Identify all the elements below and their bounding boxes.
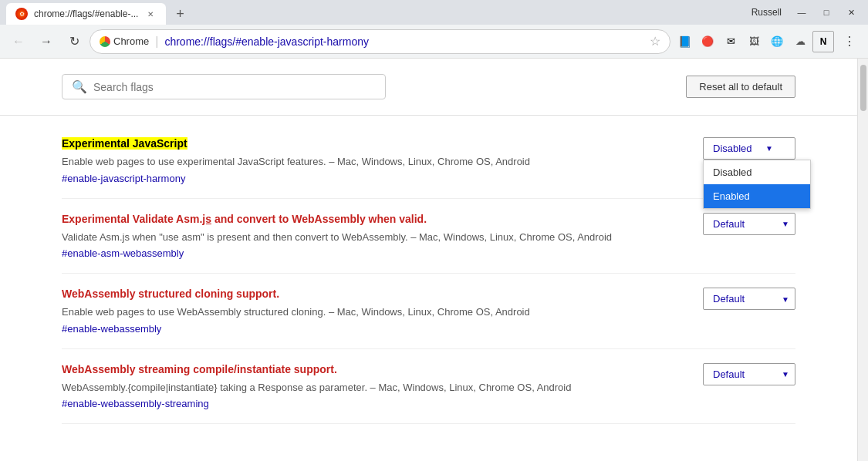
flag-control-webassembly: Default Disabled Enabled ▼ <box>703 288 795 310</box>
tab-area: ⚙ chrome://flags/#enable-... ✕ + <box>6 0 751 25</box>
tab-title: chrome://flags/#enable-... <box>34 8 138 19</box>
chrome-menu-button[interactable]: ⋮ <box>837 29 862 54</box>
ext-btn-3[interactable]: ✉ <box>720 31 741 52</box>
flag-link-webassembly-streaming[interactable]: #enable-webassembly-streaming <box>62 398 209 409</box>
flag-control-webassembly-streaming: Default Disabled Enabled ▼ <box>703 363 795 385</box>
flag-title-highlight: Experimental JavaScript <box>62 137 187 150</box>
flag-control-asm-webassembly: Default Disabled Enabled ▼ <box>703 213 795 235</box>
main-content: 🔍 Reset all to default Experimental Java… <box>0 59 857 461</box>
refresh-button[interactable]: ↻ <box>62 29 86 54</box>
ext-btn-2[interactable]: 🔴 <box>697 31 718 52</box>
flag-item-webassembly-streaming: WebAssembly streaming compile/instantiat… <box>62 349 795 425</box>
flag-item-asm-webassembly: Experimental Validate Asm.js and convert… <box>62 199 795 274</box>
flag-title-asm-webassembly: Experimental Validate Asm.js and convert… <box>62 213 687 225</box>
titlebar: ⚙ chrome://flags/#enable-... ✕ + Russell… <box>0 0 868 25</box>
flag-desc-js-harmony: Enable web pages to use experimental Jav… <box>62 154 687 170</box>
flag-select-webassembly-streaming[interactable]: Default Disabled Enabled <box>703 363 795 385</box>
flag-title-text: Experimental Validate Asm. <box>62 213 202 225</box>
navbar: ← → ↻ Chrome | ☆ 📘 🔴 ✉ 🖼 🌐 ☁ N ⋮ <box>0 25 868 59</box>
flag-dropdown-trigger-js-harmony[interactable]: Disabled ▼ <box>703 137 795 160</box>
minimize-button[interactable]: — <box>791 5 812 20</box>
flag-desc-asm-webassembly: Validate Asm.js when "use asm" is presen… <box>62 230 687 245</box>
address-divider: | <box>155 35 158 49</box>
flag-item-webassembly: WebAssembly structured cloning support. … <box>62 274 795 349</box>
ext-btn-5[interactable]: 🌐 <box>766 31 788 52</box>
flag-info-js-harmony: Experimental JavaScript Enable web pages… <box>62 137 687 184</box>
ext-btn-4[interactable]: 🖼 <box>743 31 765 52</box>
flag-dropdown-value-js-harmony: Disabled <box>713 143 752 154</box>
address-input[interactable] <box>164 35 643 48</box>
extensions-area: 📘 🔴 ✉ 🖼 🌐 ☁ N <box>674 31 834 52</box>
reset-all-button[interactable]: Reset all to default <box>686 76 795 98</box>
flag-item-js-harmony: Experimental JavaScript Enable web pages… <box>62 123 795 199</box>
forward-button[interactable]: → <box>34 29 59 54</box>
flag-select-asm-webassembly[interactable]: Default Disabled Enabled <box>703 213 795 235</box>
chrome-logo-icon <box>100 36 110 47</box>
flag-info-webassembly: WebAssembly structured cloning support. … <box>62 288 687 335</box>
dropdown-option-disabled[interactable]: Disabled <box>704 160 810 184</box>
flag-info-webassembly-streaming: WebAssembly streaming compile/instantiat… <box>62 363 687 410</box>
flags-search-bar: 🔍 Reset all to default <box>0 74 857 116</box>
close-button[interactable]: ✕ <box>840 5 862 20</box>
flag-link-js-harmony[interactable]: #enable-javascript-harmony <box>62 173 185 184</box>
ext-btn-6[interactable]: ☁ <box>789 31 811 52</box>
back-button[interactable]: ← <box>6 29 31 54</box>
active-tab: ⚙ chrome://flags/#enable-... ✕ <box>6 3 166 25</box>
flag-dropdown-menu-js-harmony: Disabled Enabled <box>703 160 811 209</box>
flag-link-asm-webassembly[interactable]: #enable-asm-webassembly <box>62 247 184 259</box>
content-area: 🔍 Reset all to default Experimental Java… <box>0 59 868 461</box>
search-box: 🔍 <box>62 74 386 99</box>
ext-btn-7[interactable]: N <box>812 31 834 52</box>
tab-favicon: ⚙ <box>15 8 28 20</box>
address-bar-container: Chrome | ☆ <box>90 29 670 54</box>
flag-title-underline: js <box>202 213 211 225</box>
new-tab-button[interactable]: + <box>169 3 191 25</box>
username-label: Russell <box>751 7 782 18</box>
flag-desc-webassembly: Enable web pages to use WebAssembly stru… <box>62 305 687 320</box>
flag-title-js-harmony: Experimental JavaScript <box>62 137 687 150</box>
flag-control-js-harmony: Disabled ▼ Disabled Enabled <box>703 137 795 160</box>
flag-title-webassembly-streaming: WebAssembly streaming compile/instantiat… <box>62 363 687 375</box>
window-controls: Russell — □ ✕ <box>751 5 862 20</box>
flags-list: Experimental JavaScript Enable web pages… <box>0 123 857 424</box>
search-icon: 🔍 <box>72 79 87 94</box>
flag-desc-webassembly-streaming: WebAssembly.{compile|instantiate} taking… <box>62 380 687 395</box>
dropdown-option-enabled[interactable]: Enabled <box>704 184 810 208</box>
chrome-text: Chrome <box>113 35 149 47</box>
restore-button[interactable]: □ <box>816 5 837 20</box>
scrollbar[interactable] <box>857 59 868 461</box>
flag-link-webassembly[interactable]: #enable-webassembly <box>62 323 161 335</box>
flag-select-webassembly[interactable]: Default Disabled Enabled <box>703 288 795 310</box>
flag-title-rest: and convert to WebAssembly when valid. <box>211 213 427 225</box>
flag-title-webassembly: WebAssembly structured cloning support. <box>62 288 687 300</box>
tab-close-button[interactable]: ✕ <box>144 8 157 20</box>
dropdown-arrow-icon: ▼ <box>765 144 773 153</box>
bookmark-star-icon[interactable]: ☆ <box>650 34 660 49</box>
search-input[interactable] <box>93 81 376 93</box>
chrome-label: Chrome <box>100 35 149 47</box>
flag-info-asm-webassembly: Experimental Validate Asm.js and convert… <box>62 213 687 260</box>
ext-btn-1[interactable]: 📘 <box>674 31 695 52</box>
scrollbar-thumb[interactable] <box>860 65 866 111</box>
